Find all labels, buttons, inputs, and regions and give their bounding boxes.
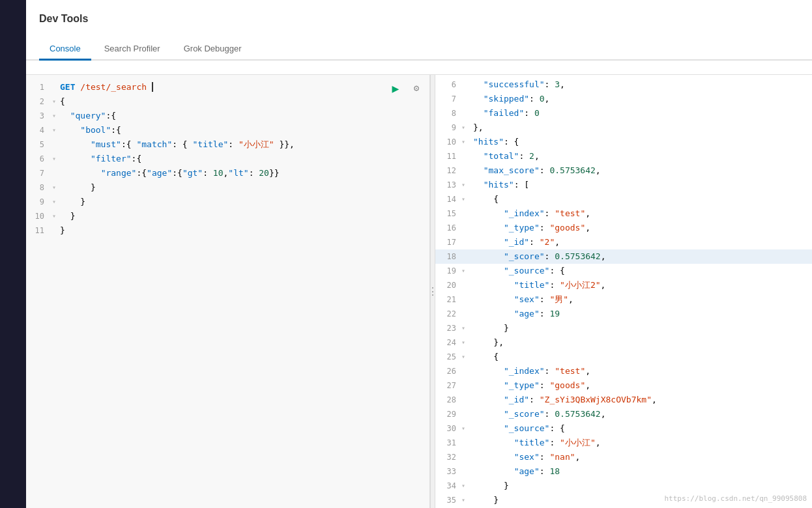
line-number: 8 xyxy=(26,181,52,194)
output-fold-icon[interactable]: ▾ xyxy=(461,479,471,492)
output-line: 32 "sex": "nan", xyxy=(435,450,812,464)
fold-icon[interactable]: ▾ xyxy=(52,109,60,122)
output-line-number: 15 xyxy=(435,207,461,220)
output-line-number: 14 xyxy=(435,193,461,206)
editor-panel[interactable]: ▶ ⚙ 1GET /test/_search 2▾{3▾ "query":{4▾… xyxy=(26,75,430,508)
line-number: 3 xyxy=(26,109,52,122)
editor-line: 8▾ } xyxy=(26,180,429,195)
output-line-number: 17 xyxy=(435,236,461,249)
output-fold-icon[interactable]: ▾ xyxy=(461,135,471,148)
output-line-number: 19 xyxy=(435,264,461,277)
line-number: 6 xyxy=(26,152,52,165)
output-line-number: 21 xyxy=(435,293,461,306)
fold-icon[interactable]: ▾ xyxy=(52,181,60,194)
line-number: 7 xyxy=(26,167,52,180)
output-line-content: "_score": 0.5753642, xyxy=(471,408,812,421)
line-content: GET /test/_search xyxy=(60,81,429,94)
output-panel[interactable]: 6 "successful": 3,7 "skipped": 0,8 "fail… xyxy=(435,75,812,508)
output-line-number: 6 xyxy=(435,78,461,91)
output-line-number: 9 xyxy=(435,121,461,134)
sidebar xyxy=(0,0,26,508)
output-line-number: 7 xyxy=(435,92,461,106)
line-content: } xyxy=(60,224,429,237)
line-content: } xyxy=(60,181,429,194)
output-line-number: 25 xyxy=(435,350,461,363)
output-line-content: "_source": { xyxy=(471,422,812,435)
output-line-content: "title": "小小江", xyxy=(471,436,812,449)
output-line: 7 "skipped": 0, xyxy=(435,92,812,106)
line-content: "query":{ xyxy=(60,109,429,122)
output-line-content: } xyxy=(471,479,812,492)
output-line-number: 31 xyxy=(435,436,461,449)
output-line-content: "successful": 3, xyxy=(471,78,812,91)
output-fold-icon[interactable]: ▾ xyxy=(461,494,471,507)
output-line: 26 "_index": "test", xyxy=(435,364,812,378)
output-line-content: "_index": "test", xyxy=(471,207,812,220)
output-line-content: "hits": { xyxy=(471,135,812,148)
fold-icon[interactable]: ▾ xyxy=(52,124,60,137)
editor-line: 11} xyxy=(26,223,429,238)
output-fold-icon[interactable]: ▾ xyxy=(461,264,471,277)
output-line: 22 "age": 19 xyxy=(435,307,812,321)
editor-lines: 1GET /test/_search 2▾{3▾ "query":{4▾ "bo… xyxy=(26,75,429,243)
output-line-content: "_id": "Z_sYi3QBxWjX8cOVb7km", xyxy=(471,393,812,406)
output-line-content: "hits": [ xyxy=(471,178,812,191)
output-line: 30▾ "_source": { xyxy=(435,421,812,436)
output-line: 15 "_index": "test", xyxy=(435,206,812,221)
output-line: 31 "title": "小小江", xyxy=(435,436,812,450)
tabs-container: Console Search Profiler Grok Debugger xyxy=(26,31,812,61)
output-fold-icon[interactable]: ▾ xyxy=(461,350,471,363)
output-line: 12 "max_score": 0.5753642, xyxy=(435,163,812,178)
resize-handle[interactable]: ⋮ xyxy=(430,75,435,508)
settings-button[interactable]: ⚙ xyxy=(409,80,424,96)
output-fold-icon[interactable]: ▾ xyxy=(461,422,471,435)
output-fold-icon[interactable]: ▾ xyxy=(461,121,471,134)
output-line: 33 "age": 18 xyxy=(435,464,812,479)
output-line-number: 34 xyxy=(435,479,461,492)
output-fold-icon[interactable]: ▾ xyxy=(461,322,471,335)
main-content: ▶ ⚙ 1GET /test/_search 2▾{3▾ "query":{4▾… xyxy=(26,75,812,508)
editor-line: 9▾ } xyxy=(26,195,429,209)
output-fold-icon[interactable]: ▾ xyxy=(461,178,471,191)
output-line-number: 18 xyxy=(435,250,461,263)
output-line-content: "age": 18 xyxy=(471,465,812,478)
output-line-content: "total": 2, xyxy=(471,150,812,163)
output-line-content: "_score": 0.5753642, xyxy=(471,250,812,263)
line-content: "must":{ "match": { "title": "小小江" }}, xyxy=(60,138,429,151)
output-fold-icon[interactable]: ▾ xyxy=(461,193,471,206)
output-line-number: 35 xyxy=(435,494,461,507)
line-content: "range":{"age":{"gt": 10,"lt": 20}} xyxy=(60,167,429,180)
output-fold-icon[interactable]: ▾ xyxy=(461,336,471,349)
line-content: } xyxy=(60,195,429,208)
tab-console[interactable]: Console xyxy=(39,38,91,61)
output-line: 20 "title": "小小江2", xyxy=(435,278,812,292)
output-line-content: "_id": "2", xyxy=(471,236,812,249)
editor-line: 10▾ } xyxy=(26,209,429,223)
fold-icon[interactable]: ▾ xyxy=(52,210,60,223)
output-line: 13▾ "hits": [ xyxy=(435,178,812,192)
watermark: https://blog.csdn.net/qn_99095808 xyxy=(664,494,807,503)
fold-icon[interactable]: ▾ xyxy=(52,95,60,108)
tab-grok-debugger[interactable]: Grok Debugger xyxy=(173,38,252,61)
output-line: 10▾"hits": { xyxy=(435,135,812,149)
editor-line: 1GET /test/_search xyxy=(26,80,429,94)
line-number: 4 xyxy=(26,124,52,137)
run-button[interactable]: ▶ xyxy=(388,80,403,96)
line-number: 1 xyxy=(26,81,52,94)
fold-icon[interactable]: ▾ xyxy=(52,195,60,208)
tab-search-profiler[interactable]: Search Profiler xyxy=(94,38,171,61)
fold-icon[interactable]: ▾ xyxy=(52,152,60,165)
output-line-content: "_type": "goods", xyxy=(471,379,812,392)
output-line-content: "max_score": 0.5753642, xyxy=(471,164,812,177)
output-line-number: 24 xyxy=(435,336,461,349)
output-line: 9▾}, xyxy=(435,120,812,135)
line-content: } xyxy=(60,210,429,223)
output-line-number: 32 xyxy=(435,451,461,464)
output-line-number: 22 xyxy=(435,307,461,320)
output-line-number: 26 xyxy=(435,365,461,378)
output-line-content: { xyxy=(471,350,812,363)
output-line-number: 10 xyxy=(435,135,461,148)
output-line: 11 "total": 2, xyxy=(435,149,812,163)
line-content: "bool":{ xyxy=(60,124,429,137)
output-line: 21 "sex": "男", xyxy=(435,292,812,307)
